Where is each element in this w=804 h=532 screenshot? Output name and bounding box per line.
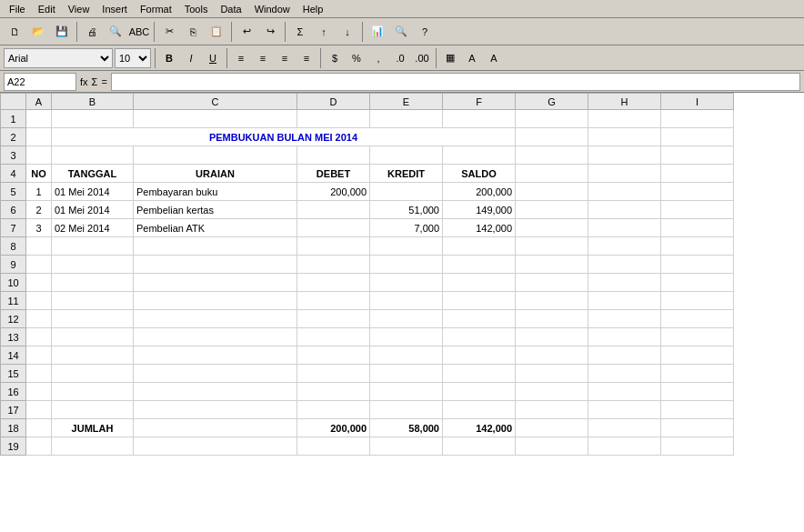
cell-d16[interactable]	[297, 383, 370, 401]
cell-a10[interactable]	[26, 274, 52, 292]
cell-f15[interactable]	[443, 365, 516, 383]
cell-f10[interactable]	[443, 274, 516, 292]
cell-d7[interactable]	[297, 219, 370, 237]
currency-button[interactable]: $	[325, 48, 345, 68]
cell-a3[interactable]	[26, 146, 52, 165]
cell-i18[interactable]	[661, 419, 734, 437]
cell-a1[interactable]	[26, 110, 52, 128]
cell-a18[interactable]	[26, 419, 52, 437]
undo-button[interactable]: ↩	[236, 21, 257, 43]
row-header-3[interactable]: 3	[1, 146, 26, 165]
copy-button[interactable]: ⎘	[182, 21, 204, 43]
cell-e14[interactable]	[370, 346, 443, 365]
cell-c5[interactable]: Pembayaran buku	[134, 183, 297, 201]
cell-a14[interactable]	[26, 346, 52, 365]
font-select[interactable]: Arial	[4, 48, 113, 68]
cell-g10[interactable]	[516, 274, 588, 292]
zoom-button[interactable]: 🔍	[390, 21, 412, 43]
cut-button[interactable]: ✂	[158, 21, 180, 43]
cell-c6[interactable]: Pembelian kertas	[134, 201, 297, 219]
col-header-a[interactable]: A	[26, 94, 52, 110]
cell-f18[interactable]: 142,000	[443, 419, 516, 437]
cell-g1[interactable]	[516, 110, 588, 128]
cell-d10[interactable]	[297, 274, 370, 292]
col-header-f[interactable]: F	[443, 94, 516, 110]
col-header-b[interactable]: B	[52, 94, 134, 110]
row-header-17[interactable]: 17	[1, 401, 26, 419]
cell-h9[interactable]	[588, 256, 661, 274]
bold-button[interactable]: B	[159, 48, 179, 68]
cell-h18[interactable]	[588, 419, 661, 437]
cell-b2[interactable]: PEMBUKUAN BULAN MEI 2014	[52, 128, 516, 146]
cell-e4[interactable]: KREDIT	[370, 165, 443, 183]
cell-b6[interactable]: 01 Mei 2014	[52, 201, 134, 219]
cell-c12[interactable]	[134, 310, 297, 328]
cell-d3[interactable]	[297, 146, 370, 165]
cell-h13[interactable]	[588, 328, 661, 346]
col-header-c[interactable]: C	[134, 94, 297, 110]
cell-c17[interactable]	[134, 401, 297, 419]
cell-a12[interactable]	[26, 310, 52, 328]
row-header-14[interactable]: 14	[1, 346, 26, 365]
cell-c14[interactable]	[134, 346, 297, 365]
cell-a6[interactable]: 2	[26, 201, 52, 219]
cell-i17[interactable]	[661, 401, 734, 419]
cell-b3[interactable]	[52, 146, 134, 165]
row-header-4[interactable]: 4	[1, 165, 26, 183]
cell-a13[interactable]	[26, 328, 52, 346]
col-header-i[interactable]: I	[661, 94, 734, 110]
menu-data[interactable]: Data	[215, 2, 246, 16]
cell-d9[interactable]	[297, 256, 370, 274]
equals-icon[interactable]: =	[101, 76, 106, 87]
cell-d11[interactable]	[297, 292, 370, 310]
cell-g7[interactable]	[516, 219, 588, 237]
cell-g11[interactable]	[516, 292, 588, 310]
cell-a9[interactable]	[26, 256, 52, 274]
increase-decimal-button[interactable]: .0	[390, 48, 410, 68]
cell-i10[interactable]	[661, 274, 734, 292]
cell-a19[interactable]	[26, 437, 52, 456]
cell-e19[interactable]	[370, 437, 443, 456]
cell-h1[interactable]	[588, 110, 661, 128]
cell-b19[interactable]	[52, 437, 134, 456]
border-button[interactable]: ▦	[440, 48, 460, 68]
cell-f5[interactable]: 200,000	[443, 183, 516, 201]
cell-g9[interactable]	[516, 256, 588, 274]
cell-a5[interactable]: 1	[26, 183, 52, 201]
fx-icon[interactable]: fx	[80, 76, 88, 87]
cell-i19[interactable]	[661, 437, 734, 456]
cell-f9[interactable]	[443, 256, 516, 274]
cell-h7[interactable]	[588, 219, 661, 237]
col-header-d[interactable]: D	[297, 94, 370, 110]
row-header-12[interactable]: 12	[1, 310, 26, 328]
cell-b17[interactable]	[52, 401, 134, 419]
cell-e15[interactable]	[370, 365, 443, 383]
justify-button[interactable]: ≡	[296, 48, 317, 68]
cell-d15[interactable]	[297, 365, 370, 383]
percent-button[interactable]: %	[347, 48, 367, 68]
fill-color-button[interactable]: A	[462, 48, 482, 68]
row-header-6[interactable]: 6	[1, 201, 26, 219]
cell-e7[interactable]: 7,000	[370, 219, 443, 237]
row-header-11[interactable]: 11	[1, 292, 26, 310]
cell-c11[interactable]	[134, 292, 297, 310]
cell-d14[interactable]	[297, 346, 370, 365]
cell-e1[interactable]	[370, 110, 443, 128]
new-button[interactable]: 🗋	[4, 21, 25, 43]
row-header-13[interactable]: 13	[1, 328, 26, 346]
cell-i15[interactable]	[661, 365, 734, 383]
cell-i2[interactable]	[661, 128, 734, 146]
menu-file[interactable]: File	[4, 2, 31, 16]
col-header-g[interactable]: G	[516, 94, 588, 110]
menu-window[interactable]: Window	[249, 2, 296, 16]
cell-c4[interactable]: URAIAN	[134, 165, 297, 183]
cell-f16[interactable]	[443, 383, 516, 401]
cell-e6[interactable]: 51,000	[370, 201, 443, 219]
preview-button[interactable]: 🔍	[105, 21, 126, 43]
cell-h3[interactable]	[588, 146, 661, 165]
cell-e16[interactable]	[370, 383, 443, 401]
cell-c19[interactable]	[134, 437, 297, 456]
cell-e12[interactable]	[370, 310, 443, 328]
cell-b15[interactable]	[52, 365, 134, 383]
cell-c3[interactable]	[134, 146, 297, 165]
